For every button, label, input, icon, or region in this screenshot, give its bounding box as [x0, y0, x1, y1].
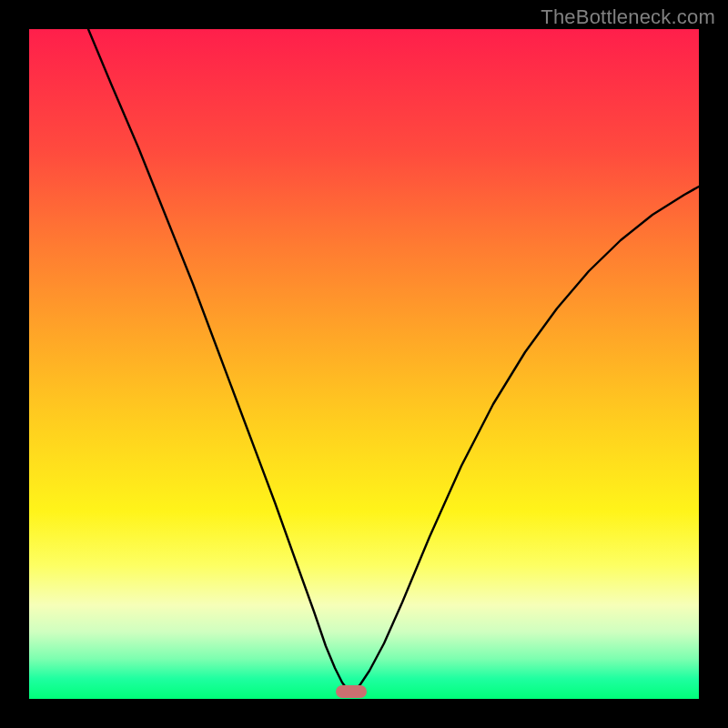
chart-frame: TheBottleneck.com: [0, 0, 728, 728]
optimal-marker: [336, 685, 367, 698]
curve-path: [88, 29, 699, 692]
bottleneck-curve: [29, 29, 699, 699]
watermark-text: TheBottleneck.com: [541, 5, 715, 29]
plot-area: [29, 29, 699, 699]
